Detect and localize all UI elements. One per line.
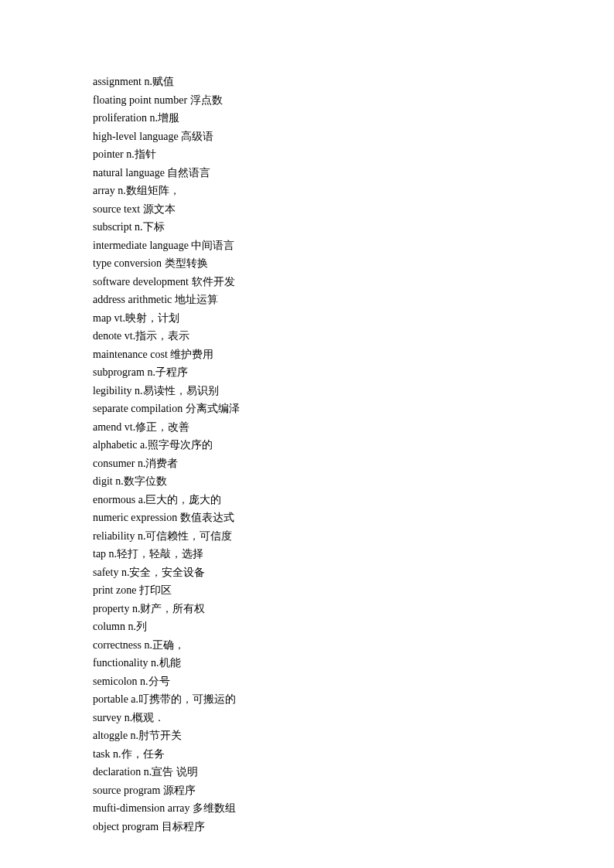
vocabulary-entry: digit n.数字位数 (93, 472, 614, 491)
vocabulary-entry: reliability n.可信赖性，可信度 (93, 527, 614, 546)
vocabulary-entry: map vt.映射，计划 (93, 309, 614, 328)
vocabulary-entry: assignment n.赋值 (93, 73, 614, 91)
vocabulary-entry: natural language 自然语言 (93, 164, 614, 182)
vocabulary-entry: subprogram n.子程序 (93, 363, 614, 382)
vocabulary-entry: functionality n.机能 (93, 654, 614, 672)
vocabulary-entry: array n.数组矩阵， (93, 182, 614, 200)
vocabulary-entry: pointer n.指针 (93, 145, 614, 164)
vocabulary-entry: separate compilation 分离式编泽 (93, 400, 614, 418)
vocabulary-entry: type conversion 类型转换 (93, 254, 614, 273)
vocabulary-entry: alphabetic a.照字母次序的 (93, 436, 614, 454)
vocabulary-entry: numeric expression 数值表达式 (93, 509, 614, 527)
vocabulary-entry: tap n.轻打，轻敲，选择 (93, 545, 614, 563)
vocabulary-entry: maintenance cost 维护费用 (93, 345, 614, 364)
vocabulary-entry: consumer n.消费者 (93, 454, 614, 473)
vocabulary-entry: subscript n.下标 (93, 218, 614, 237)
vocabulary-entry: portable a.叮携带的，可搬运的 (93, 690, 614, 709)
vocabulary-entry: source text 源文本 (93, 200, 614, 219)
vocabulary-entry: amend vt.修正，改善 (93, 418, 614, 437)
vocabulary-entry: correctness n.正确， (93, 636, 614, 655)
vocabulary-entry: proliferation n.增服 (93, 109, 614, 128)
vocabulary-entry: legibility n.易读性，易识别 (93, 382, 614, 400)
vocabulary-entry: denote vt.指示，表示 (93, 327, 614, 345)
vocabulary-entry: property n.财产，所有权 (93, 600, 614, 618)
vocabulary-entry: declaration n.宣告 说明 (93, 763, 614, 781)
vocabulary-entry: print zone 打印区 (93, 581, 614, 600)
vocabulary-entry: safety n.安全，安全设备 (93, 563, 614, 582)
vocabulary-entry: floating point number 浮点数 (93, 91, 614, 110)
vocabulary-entry: software development 软件开发 (93, 273, 614, 291)
vocabulary-entry: intermediate language 中间语言 (93, 237, 614, 255)
vocabulary-entry: column n.列 (93, 618, 614, 636)
vocabulary-entry: survey n.概观． (93, 709, 614, 727)
vocabulary-entry: source program 源程序 (93, 781, 614, 800)
vocabulary-entry: address arithmetic 地址运算 (93, 291, 614, 309)
vocabulary-entry: task n.作，任务 (93, 745, 614, 764)
vocabulary-entry: high-level language 高级语 (93, 128, 614, 146)
vocabulary-list: assignment n.赋值 floating point number 浮点… (93, 73, 614, 836)
vocabulary-entry: semicolon n.分号 (93, 672, 614, 691)
vocabulary-entry: enormous a.巨大的，庞大的 (93, 491, 614, 509)
vocabulary-entry: mufti-dimension array 多维数组 (93, 799, 614, 818)
vocabulary-entry: altoggle n.肘节开关 (93, 727, 614, 745)
vocabulary-entry: object program 目标程序 (93, 818, 614, 836)
